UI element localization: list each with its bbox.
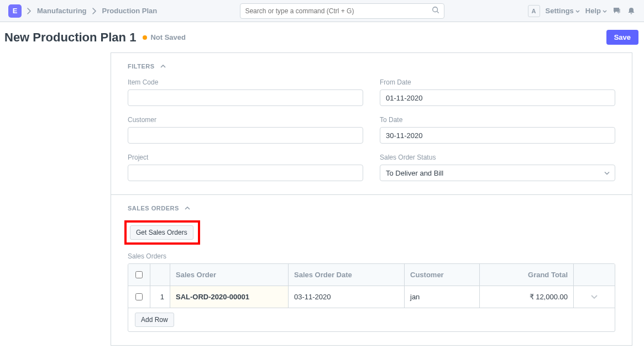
section-sales-orders-heading: SALES ORDERS [128, 205, 179, 212]
navbar-tools: A Settings Help [528, 5, 636, 17]
help-menu[interactable]: Help [585, 7, 607, 15]
header-sales-order-date[interactable]: Sales Order Date [289, 264, 405, 286]
field-project: Project [128, 154, 363, 181]
input-customer[interactable] [128, 127, 363, 144]
row-checkbox-cell [128, 286, 150, 308]
comments-icon[interactable] [612, 7, 621, 15]
section-filters: FILTERS Item Code Customer Project [111, 53, 632, 195]
row-grand-total[interactable]: ₹ 12,000.00 [480, 286, 574, 308]
field-to-date: To Date [380, 116, 615, 144]
sales-orders-table: Sales Order Sales Order Date Customer Gr… [128, 263, 615, 332]
label-so-status: Sales Order Status [380, 154, 615, 161]
label-item-code: Item Code [128, 78, 363, 86]
chevron-right-icon [27, 8, 32, 14]
highlight-get-sales-orders: Get Sales Orders [124, 220, 200, 245]
table-label-sales-orders: Sales Orders [128, 252, 615, 260]
header-grand-total[interactable]: Grand Total [480, 264, 574, 286]
field-from-date: From Date [380, 78, 615, 106]
header-customer[interactable]: Customer [405, 264, 480, 286]
caret-down-icon [575, 7, 580, 15]
chevron-up-icon [185, 205, 190, 212]
label-project: Project [128, 154, 363, 161]
save-button[interactable]: Save [606, 30, 638, 45]
select-all-checkbox[interactable] [135, 271, 143, 278]
section-filters-toggle[interactable]: FILTERS [128, 63, 615, 70]
caret-down-icon [591, 293, 598, 301]
global-search[interactable] [240, 3, 444, 19]
label-customer: Customer [128, 116, 363, 124]
chevron-up-icon [160, 63, 166, 70]
status-indicator-dot [143, 35, 147, 40]
input-to-date[interactable] [380, 127, 615, 144]
table-header-row: Sales Order Sales Order Date Customer Gr… [128, 264, 615, 286]
breadcrumb-production-plan[interactable]: Production Plan [102, 7, 158, 15]
table-footer: Add Row [128, 308, 615, 331]
input-item-code[interactable] [128, 89, 363, 106]
navbar: E Manufacturing Production Plan A Settin… [0, 0, 644, 22]
row-expand[interactable] [574, 286, 615, 308]
settings-label: Settings [546, 7, 574, 15]
label-to-date: To Date [380, 116, 615, 124]
row-checkbox[interactable] [135, 293, 143, 300]
search-input[interactable] [245, 7, 432, 15]
form-body: FILTERS Item Code Customer Project [111, 52, 632, 346]
table-row[interactable]: 1 SAL-ORD-2020-00001 03-11-2020 jan ₹ 12… [128, 286, 615, 308]
row-customer[interactable]: jan [405, 286, 480, 308]
get-sales-orders-button[interactable]: Get Sales Orders [130, 225, 193, 240]
breadcrumb-manufacturing[interactable]: Manufacturing [37, 7, 87, 15]
row-sales-order-date[interactable]: 03-11-2020 [289, 286, 405, 308]
chevron-right-icon [92, 8, 97, 14]
help-label: Help [585, 7, 601, 15]
page-head: New Production Plan 1 Not Saved Save [0, 22, 644, 52]
field-customer: Customer [128, 116, 363, 144]
status-text: Not Saved [150, 33, 186, 41]
settings-menu[interactable]: Settings [546, 7, 580, 15]
add-row-button[interactable]: Add Row [135, 313, 174, 327]
user-avatar[interactable]: A [528, 5, 540, 17]
input-project[interactable] [128, 165, 363, 181]
header-sales-order[interactable]: Sales Order [170, 264, 289, 286]
row-sales-order[interactable]: SAL-ORD-2020-00001 [170, 286, 289, 308]
select-so-status[interactable] [380, 165, 615, 181]
field-item-code: Item Code [128, 78, 363, 106]
search-icon [432, 6, 439, 15]
section-sales-orders: SALES ORDERS Get Sales Orders Sales Orde… [111, 195, 632, 345]
row-index: 1 [150, 286, 170, 308]
caret-down-icon [603, 7, 607, 15]
section-sales-orders-toggle[interactable]: SALES ORDERS [128, 205, 615, 212]
header-actions [574, 264, 615, 286]
app-logo[interactable]: E [8, 4, 22, 18]
label-from-date: From Date [380, 78, 615, 86]
header-checkbox-cell [128, 264, 150, 286]
input-from-date[interactable] [380, 89, 615, 106]
page-title: New Production Plan 1 [4, 30, 136, 45]
field-so-status: Sales Order Status [380, 154, 615, 181]
bell-icon[interactable] [627, 7, 636, 15]
header-index [150, 264, 170, 286]
section-filters-heading: FILTERS [128, 63, 155, 70]
